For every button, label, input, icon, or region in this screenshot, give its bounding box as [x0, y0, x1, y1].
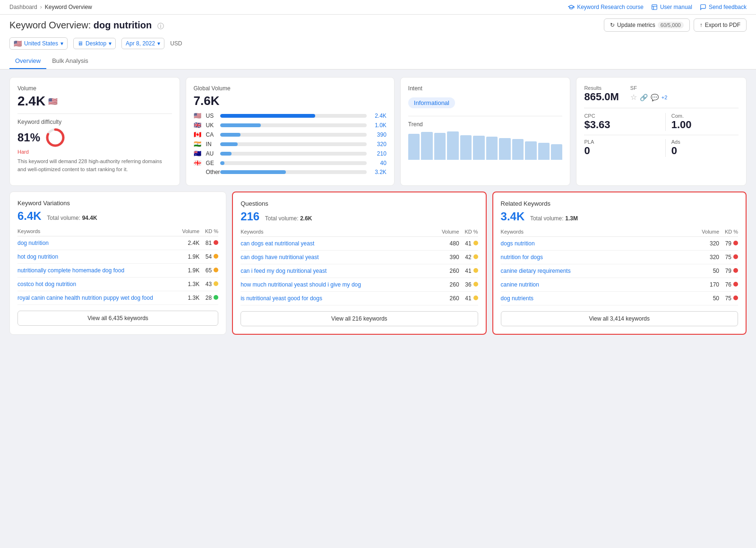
- graduation-icon: [568, 4, 575, 10]
- country-flag: 🇬🇪: [194, 159, 203, 166]
- trend-bar: [434, 133, 446, 160]
- country-code: AU: [206, 150, 217, 157]
- volume-cell: 170: [696, 278, 719, 292]
- info-icon[interactable]: ⓘ: [157, 22, 164, 30]
- keyword-link[interactable]: can dogs eat nutritional yeast: [241, 240, 314, 247]
- volume-cell: 2.4K: [176, 236, 199, 250]
- breadcrumb-parent[interactable]: Dashboard: [9, 4, 37, 10]
- kd-cell: 76: [719, 278, 738, 292]
- bar-background: [220, 114, 367, 118]
- breadcrumb-current: Keyword Overview: [45, 4, 92, 10]
- date-filter[interactable]: Apr 8, 2022 ▾: [121, 38, 164, 49]
- keyword-link[interactable]: dog nutrition: [17, 240, 49, 246]
- export-pdf-button[interactable]: ↑ Export to PDF: [694, 18, 747, 32]
- star-icon: ☆: [630, 93, 637, 102]
- kd-ring: [45, 127, 66, 148]
- volume-cell: 50: [696, 264, 719, 278]
- kd-cell: 42: [459, 251, 478, 264]
- bar-fill: [220, 114, 316, 118]
- trend-bar: [460, 135, 472, 160]
- breadcrumb: Dashboard › Keyword Overview: [9, 4, 92, 10]
- tab-overview[interactable]: Overview: [9, 53, 46, 69]
- table-row: royal canin canine health nutrition pupp…: [17, 291, 218, 305]
- book-icon: [651, 4, 658, 10]
- keyword-link[interactable]: costco hot dog nutrition: [17, 281, 76, 287]
- country-filter[interactable]: 🇺🇸 United States ▾: [9, 37, 68, 50]
- bar-fill: [220, 161, 224, 165]
- kd-cell: 79: [719, 264, 738, 278]
- country-value: 210: [369, 150, 387, 157]
- bar-background: [220, 142, 367, 146]
- view-all-variations-button[interactable]: View all 6,435 keywords: [17, 311, 218, 326]
- feedback-link[interactable]: Send feedback: [700, 4, 747, 10]
- kd-dot: [214, 281, 218, 286]
- keyword-link[interactable]: hot dog nutrition: [17, 253, 58, 260]
- keyword-link[interactable]: royal canin canine health nutrition pupp…: [17, 295, 153, 301]
- country-row: 🇨🇦CA390: [194, 131, 387, 138]
- keyword-link[interactable]: can i feed my dog nutritional yeast: [241, 268, 326, 274]
- svg-rect-0: [652, 5, 657, 10]
- country-flag: 🇺🇸: [194, 112, 203, 119]
- country-flag: 🇨🇦: [194, 131, 203, 138]
- country-value: 3.2K: [369, 169, 387, 175]
- keyword-link[interactable]: canine dietary requirements: [501, 268, 571, 274]
- trend-bar: [551, 144, 562, 160]
- country-row: Other3.2K: [194, 169, 387, 175]
- bar-background: [220, 170, 367, 174]
- country-value: 40: [369, 160, 387, 166]
- view-all-questions-button[interactable]: View all 216 keywords: [241, 311, 478, 326]
- trend-bar: [447, 131, 458, 160]
- kd-cell: 75: [719, 292, 738, 305]
- country-value: 320: [369, 141, 387, 148]
- volume-flag: 🇺🇸: [48, 97, 58, 106]
- keyword-link[interactable]: can dogs have nutritional yeast: [241, 254, 318, 261]
- country-code: GE: [206, 160, 217, 166]
- bar-fill: [220, 170, 286, 174]
- kd-cell: 41: [459, 292, 478, 305]
- questions-card: Questions 216 Total volume: 2.6K Keyword…: [232, 191, 486, 335]
- country-row: 🇮🇳IN320: [194, 140, 387, 148]
- desktop-icon: 🖥: [77, 40, 83, 47]
- manual-link[interactable]: User manual: [651, 4, 692, 10]
- tab-bulk-analysis[interactable]: Bulk Analysis: [46, 53, 94, 69]
- keyword-link[interactable]: is nutritional yeast good for dogs: [241, 295, 322, 302]
- device-filter[interactable]: 🖥 Desktop ▾: [73, 38, 116, 49]
- keyword-link[interactable]: nutritionally complete homemade dog food: [17, 267, 124, 274]
- course-link[interactable]: Keyword Research course: [568, 4, 644, 10]
- kd-dot: [733, 296, 738, 300]
- volume-cell: 260: [436, 264, 459, 278]
- country-code: Other: [206, 169, 217, 175]
- results-metric: Results 865.0M: [584, 85, 619, 103]
- metrics-row: Volume 2.4K 🇺🇸 Keyword difficulty 81% Ha…: [9, 77, 747, 186]
- keyword-link[interactable]: canine nutrition: [501, 281, 539, 288]
- bar-background: [220, 161, 367, 165]
- intent-trend-card: Intent Informational Trend: [400, 77, 571, 186]
- table-row: can dogs eat nutritional yeast48041: [241, 237, 478, 251]
- keyword-link[interactable]: how much nutritional yeast should i give…: [241, 281, 361, 288]
- bar-fill: [220, 133, 241, 137]
- table-row: dog nutrients5075: [501, 292, 738, 305]
- related-keywords-card: Related Keywords 3.4K Total volume: 1.3M…: [492, 191, 747, 335]
- volume-cell: 320: [696, 237, 719, 251]
- keyword-link[interactable]: nutrition for dogs: [501, 254, 543, 261]
- keyword-link[interactable]: dog nutrients: [501, 295, 533, 302]
- country-row: 🇬🇧UK1.0K: [194, 122, 387, 129]
- top-actions: Keyword Research course User manual Send…: [568, 4, 747, 10]
- refresh-icon: ↻: [610, 22, 615, 28]
- message-icon: [700, 4, 706, 10]
- trend-bar: [408, 134, 420, 160]
- table-row: nutritionally complete homemade dog food…: [17, 264, 218, 278]
- update-metrics-button[interactable]: ↻ Update metrics 60/5,000: [604, 18, 690, 32]
- bottom-row: Keyword Variations 6.4K Total volume: 94…: [9, 191, 747, 335]
- country-row: 🇦🇺AU210: [194, 150, 387, 157]
- view-all-related-button[interactable]: View all 3,414 keywords: [501, 311, 738, 326]
- volume-cell: 1.9K: [176, 264, 199, 278]
- com-metric: Com. 1.00: [665, 113, 739, 131]
- volume-cell: 1.3K: [176, 278, 199, 291]
- kd-dot: [473, 241, 478, 245]
- country-row: 🇺🇸US2.4K: [194, 112, 387, 119]
- trend-chart: [408, 131, 563, 160]
- kd-dot: [214, 295, 218, 300]
- volume-value: 2.4K 🇺🇸: [17, 94, 172, 109]
- keyword-link[interactable]: dogs nutrition: [501, 240, 535, 247]
